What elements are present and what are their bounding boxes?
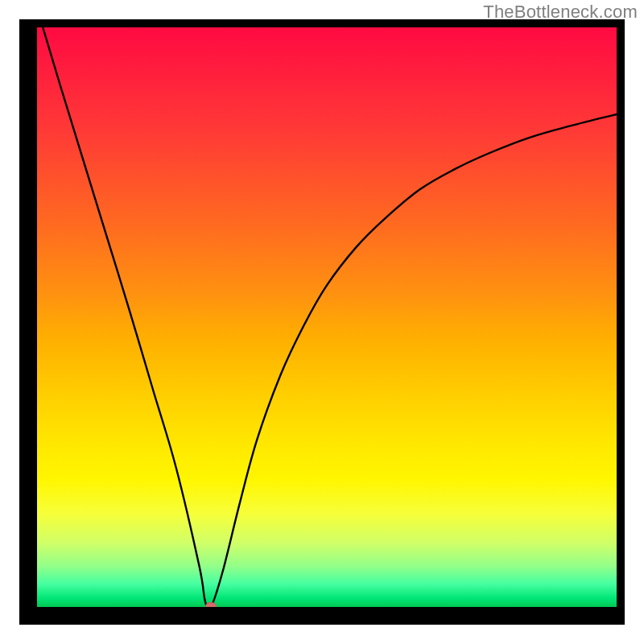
- chart-stage: TheBottleneck.com: [0, 0, 644, 644]
- plot-frame: [19, 19, 625, 625]
- bottleneck-curve: [43, 27, 617, 607]
- optimum-marker: [205, 602, 217, 607]
- line-plot: [37, 27, 617, 607]
- plot-area: [37, 27, 617, 607]
